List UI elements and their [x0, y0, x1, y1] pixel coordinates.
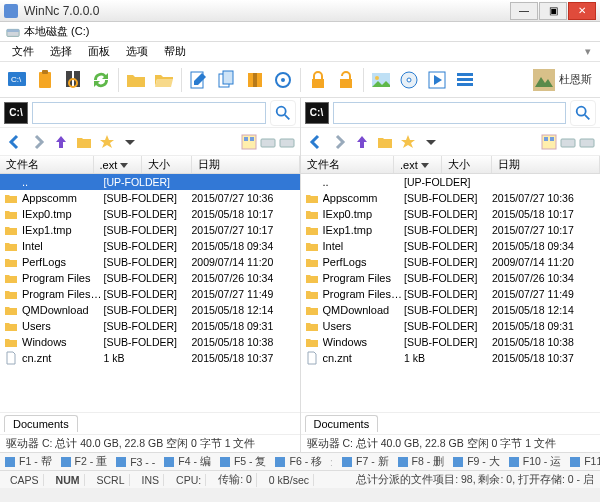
left-drive-chip[interactable]: C:\ [4, 102, 28, 124]
fkey-f2[interactable]: F2 - 重 [60, 455, 108, 469]
close-button[interactable]: ✕ [568, 2, 596, 20]
menu-panel[interactable]: 面板 [80, 42, 118, 61]
fkey-f9[interactable]: F9 - 大 [452, 455, 500, 469]
list-item[interactable]: IExp0.tmp [SUB-FOLDER] 2015/05/18 10:17 [301, 206, 601, 222]
copy-icon[interactable] [214, 67, 240, 93]
list-item[interactable]: QMDownload [SUB-FOLDER] 2015/05/18 12:14 [0, 302, 300, 318]
image-icon[interactable] [368, 67, 394, 93]
fkey-f8[interactable]: F8 - 删 [397, 455, 445, 469]
nav-drive-a-icon[interactable] [559, 133, 577, 151]
svg-line-28 [284, 114, 289, 119]
sync-icon[interactable] [88, 67, 114, 93]
left-path-input[interactable] [32, 102, 266, 124]
list-item[interactable]: IExp0.tmp [SUB-FOLDER] 2015/05/18 10:17 [0, 206, 300, 222]
nav-up-icon[interactable] [351, 131, 373, 153]
list-item[interactable]: IExp1.tmp [SUB-FOLDER] 2015/07/27 10:17 [301, 222, 601, 238]
fkey-f3[interactable]: F3 - - [115, 456, 155, 468]
nav-dropdown-icon[interactable] [119, 131, 141, 153]
fkey-f6[interactable]: F6 - 移 [274, 455, 322, 469]
settings-icon[interactable] [270, 67, 296, 93]
menu-file[interactable]: 文件 [4, 42, 42, 61]
nav-special-icon[interactable] [540, 133, 558, 151]
col-ext[interactable]: .ext [394, 156, 442, 173]
list-item[interactable]: Program Files (x86) [SUB-FOLDER] 2015/07… [301, 286, 601, 302]
col-name[interactable]: 文件名 [0, 156, 94, 173]
list-item[interactable]: Windows [SUB-FOLDER] 2015/05/18 10:38 [0, 334, 300, 350]
col-size[interactable]: 大小 [142, 156, 192, 173]
list-item[interactable]: Intel [SUB-FOLDER] 2015/05/18 09:34 [0, 238, 300, 254]
disc-icon[interactable] [396, 67, 422, 93]
fkey-f4[interactable]: F4 - 编 [163, 455, 211, 469]
nav-special-icon[interactable] [240, 133, 258, 151]
list-item[interactable]: IExp1.tmp [SUB-FOLDER] 2015/07/27 10:17 [0, 222, 300, 238]
nav-drive-a-icon[interactable] [259, 133, 277, 151]
list-icon[interactable] [452, 67, 478, 93]
nav-favorite-icon[interactable] [96, 131, 118, 153]
list-item[interactable]: Program Files [SUB-FOLDER] 2015/07/26 10… [301, 270, 601, 286]
nav-dropdown-icon[interactable] [420, 131, 442, 153]
play-icon[interactable] [424, 67, 450, 93]
list-item[interactable]: PerfLogs [SUB-FOLDER] 2009/07/14 11:20 [301, 254, 601, 270]
list-item[interactable]: .. [UP-FOLDER] [0, 174, 300, 190]
minimize-button[interactable]: — [510, 2, 538, 20]
fkey-f11[interactable]: F11 - 开 [569, 455, 600, 469]
nav-back-icon[interactable] [305, 131, 327, 153]
fkey-f5[interactable]: F5 - 复 [219, 455, 267, 469]
list-item[interactable]: cn.znt 1 kB 2015/05/18 10:37 [0, 350, 300, 366]
col-date[interactable]: 日期 [492, 156, 600, 173]
list-item[interactable]: Users [SUB-FOLDER] 2015/05/18 09:31 [301, 318, 601, 334]
right-path-input[interactable] [333, 102, 567, 124]
file-name: IExp0.tmp [323, 208, 405, 220]
col-size[interactable]: 大小 [442, 156, 492, 173]
list-item[interactable]: .. [UP-FOLDER] [301, 174, 601, 190]
fkey-f7[interactable]: F7 - 新 [341, 455, 389, 469]
col-name[interactable]: 文件名 [301, 156, 395, 173]
list-item[interactable]: Appscomm [SUB-FOLDER] 2015/07/27 10:36 [301, 190, 601, 206]
left-tab[interactable]: Documents [4, 415, 78, 432]
left-search-button[interactable] [270, 100, 296, 126]
nav-back-icon[interactable] [4, 131, 26, 153]
fkeys-bar: F1 - 帮 F2 - 重 F3 - - F4 - 编 F5 - 复 F6 - … [0, 452, 600, 470]
terminal-icon[interactable]: C:\ [4, 67, 30, 93]
maximize-button[interactable]: ▣ [539, 2, 567, 20]
right-drive-chip[interactable]: C:\ [305, 102, 329, 124]
right-search-button[interactable] [570, 100, 596, 126]
nav-drive-b-icon[interactable] [278, 133, 296, 151]
nav-folder-icon[interactable] [73, 131, 95, 153]
list-item[interactable]: QMDownload [SUB-FOLDER] 2015/05/18 12:14 [301, 302, 601, 318]
nav-forward-icon[interactable] [27, 131, 49, 153]
col-ext[interactable]: .ext [94, 156, 142, 173]
list-item[interactable]: Program Files [SUB-FOLDER] 2015/07/26 10… [0, 270, 300, 286]
lock-icon[interactable] [305, 67, 331, 93]
nav-drive-b-icon[interactable] [578, 133, 596, 151]
menu-help[interactable]: 帮助 [156, 42, 194, 61]
list-item[interactable]: Intel [SUB-FOLDER] 2015/05/18 09:34 [301, 238, 601, 254]
archive-icon[interactable] [242, 67, 268, 93]
nav-folder-icon[interactable] [374, 131, 396, 153]
file-name: cn.znt [22, 352, 104, 364]
col-date[interactable]: 日期 [192, 156, 300, 173]
folder-open-icon[interactable] [151, 67, 177, 93]
fkey-f10[interactable]: F10 - 运 [508, 455, 561, 469]
unlock-icon[interactable] [333, 67, 359, 93]
list-item[interactable]: Users [SUB-FOLDER] 2015/05/18 09:31 [0, 318, 300, 334]
list-item[interactable]: cn.znt 1 kB 2015/05/18 10:37 [301, 350, 601, 366]
left-pane-status: 驱动器 C: 总计 40.0 GB, 22.8 GB 空闲 0 字节 1 文件 [0, 434, 300, 452]
menu-select[interactable]: 选择 [42, 42, 80, 61]
right-tab[interactable]: Documents [305, 415, 379, 432]
list-item[interactable]: PerfLogs [SUB-FOLDER] 2009/07/14 11:20 [0, 254, 300, 270]
search-icon[interactable] [60, 67, 86, 93]
list-item[interactable]: Program Files (x86) [SUB-FOLDER] 2015/07… [0, 286, 300, 302]
nav-forward-icon[interactable] [328, 131, 350, 153]
nav-favorite-icon[interactable] [397, 131, 419, 153]
edit-icon[interactable] [186, 67, 212, 93]
list-item[interactable]: Appscomm [SUB-FOLDER] 2015/07/27 10:36 [0, 190, 300, 206]
file-date: 2015/07/26 10:34 [192, 272, 300, 284]
folder-icon[interactable] [123, 67, 149, 93]
nav-up-icon[interactable] [50, 131, 72, 153]
menu-overflow-icon[interactable]: ▾ [580, 44, 596, 60]
list-item[interactable]: Windows [SUB-FOLDER] 2015/05/18 10:38 [301, 334, 601, 350]
menu-options[interactable]: 选项 [118, 42, 156, 61]
clipboard-icon[interactable] [32, 67, 58, 93]
fkey-f1[interactable]: F1 - 帮 [4, 455, 52, 469]
